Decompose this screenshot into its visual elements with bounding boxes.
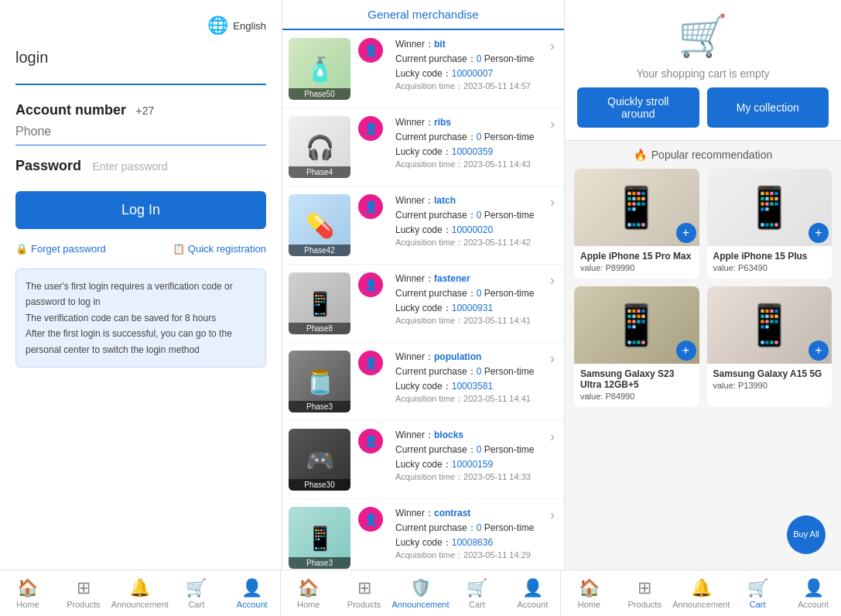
product-card-iphone-pro[interactable]: 📱 + Apple iPhone 15 Pro Max value: P8999… [574,169,699,279]
avatar: 👤 [358,272,383,297]
info-line-1: The user's first login requires a verifi… [26,279,256,310]
login-title: login [15,49,266,67]
add-to-cart-button[interactable]: + [809,341,829,361]
nav-announcement-left[interactable]: 🔔 Announcement [111,570,169,616]
country-code: +27 [135,104,154,117]
nav-products-label: Products [628,600,662,609]
phase-label: Phase3 [289,401,350,412]
nav-arrow[interactable]: › [547,116,558,132]
nav-account-right[interactable]: 👤 Account [785,570,841,616]
nav-account-label: Account [518,600,549,609]
add-to-cart-button[interactable]: + [809,223,829,243]
avatar: 👤 [358,116,383,141]
nav-home-mid[interactable]: 🏠 Home [281,570,337,616]
products-icon: ⊞ [77,578,91,598]
product-info: Winner：bit Current purchase：0 Person-tim… [395,38,539,92]
product-card-info: Samsung Galaxy A15 5G value: P13990 [707,364,832,396]
nav-arrow[interactable]: › [547,272,558,289]
product-info: Winner：latch Current purchase：0 Person-t… [395,194,539,248]
list-item: 🫙 Phase3 👤 Winner：population Current pur… [282,343,564,421]
nav-cart-label: Cart [188,600,204,609]
nav-announcement-label: Announcement [111,600,169,609]
nav-account-label: Account [798,600,829,609]
buy-all-button[interactable]: Buy All [787,515,826,554]
product-info: Winner：ribs Current purchase：0 Person-ti… [395,116,539,170]
nav-cart-label: Cart [750,600,766,609]
bottom-navigation: 🏠 Home ⊞ Products 🔔 Announcement 🛒 Cart … [0,570,841,616]
quick-registration-link[interactable]: 📋 Quick registration [173,243,266,255]
popular-label: Popular recommendation [651,149,772,161]
product-image: 🧴 Phase50 [289,38,350,100]
nav-announcement-mid[interactable]: 🛡️ Announcement [392,570,450,616]
forget-password-link[interactable]: 🔒 Forget password [15,243,106,255]
phone-input[interactable] [15,125,266,139]
language-label: English [233,20,266,32]
add-to-cart-button[interactable]: + [676,223,696,243]
nav-cart-right[interactable]: 🛒 Cart [730,570,785,616]
account-label: Account number [15,102,126,118]
nav-account-mid[interactable]: 👤 Account [504,570,560,616]
product-card-img: 📱 + [707,169,832,246]
list-item: 💊 Phase42 👤 Winner：latch Current purchas… [282,187,564,265]
product-info: Winner：fastener Current purchase：0 Perso… [395,272,539,327]
phase-label: Phase3 [289,557,350,569]
cart-icon-right: 🛒 [747,578,768,598]
account-icon: 👤 [241,578,262,598]
nav-home-right[interactable]: 🏠 Home [561,570,617,616]
nav-products-right[interactable]: ⊞ Products [617,570,672,616]
announcement-icon: 🔔 [691,578,712,598]
nav-announcement-right[interactable]: 🔔 Announcement [672,570,730,616]
account-icon: 👤 [522,578,543,598]
collection-button[interactable]: My collection [707,87,829,128]
password-placeholder: Enter password [93,160,168,173]
product-info: Winner：population Current purchase：0 Per… [395,351,539,405]
nav-arrow[interactable]: › [547,194,558,210]
nav-arrow[interactable]: › [547,38,558,54]
avatar: 👤 [358,429,383,453]
phone-icon: 📱 [744,184,795,231]
product-name: Samsung Galaxy A15 5G [713,368,826,379]
product-card-iphone-plus[interactable]: 📱 + Apple iPhone 15 Plus value: P63490 [707,169,832,279]
avatar: 👤 [358,38,383,63]
list-item: 🎮 Phase30 👤 Winner：blocks Current purcha… [282,421,564,499]
nav-section-right: 🏠 Home ⊞ Products 🔔 Announcement 🛒 Cart … [561,570,841,616]
products-icon: ⊞ [638,578,651,598]
nav-cart-mid[interactable]: 🛒 Cart [450,570,505,616]
general-merchandise-header: General merchandise [282,0,564,30]
nav-products-label: Products [67,600,100,609]
home-icon: 🏠 [579,578,600,598]
language-bar: 🌐 English [15,15,266,36]
product-list-panel: General merchandise 🧴 Phase50 👤 Winner：b… [282,0,565,570]
add-to-cart-button[interactable]: + [676,341,696,361]
nav-arrow[interactable]: › [547,351,558,367]
nav-announcement-label: Announcement [672,600,730,609]
nav-home-left[interactable]: 🏠 Home [0,570,56,616]
product-image: 📱 Phase8 [289,272,350,334]
products-icon: ⊞ [357,578,371,598]
nav-account-left[interactable]: 👤 Account [224,570,280,616]
info-line-2: The verification code can be saved for 8… [26,310,256,326]
info-line-3: After the first login is successful, you… [26,326,256,358]
cart-icon-left: 🛒 [186,578,207,598]
nav-products-mid[interactable]: ⊞ Products [337,570,392,616]
password-label: Password [15,158,81,173]
product-info: Winner：contrast Current purchase：0 Perso… [395,507,539,561]
login-button[interactable]: Log In [15,191,266,229]
nav-arrow[interactable]: › [547,429,558,445]
info-box: The user's first login requires a verifi… [15,269,266,368]
product-card-samsung-s23[interactable]: 📱 + Samsung Galaxy S23 Ultra 12GB+5 valu… [574,286,699,407]
stroll-button[interactable]: Quickly stroll around [577,87,699,128]
nav-products-left[interactable]: ⊞ Products [56,570,111,616]
fire-icon: 🔥 [634,149,647,161]
product-card-img: 📱 + [574,169,699,246]
right-panel: 🛒 Your shopping cart is empty Quickly st… [565,0,841,570]
cart-icon-mid: 🛒 [467,578,487,598]
product-card-samsung-a15[interactable]: 📱 + Samsung Galaxy A15 5G value: P13990 [707,286,832,407]
list-item: 🧴 Phase50 👤 Winner：bit Current purchase：… [282,30,564,108]
form-links: 🔒 Forget password 📋 Quick registration [15,243,266,255]
nav-cart-left[interactable]: 🛒 Cart [169,570,224,616]
phase-label: Phase50 [289,88,350,100]
phase-label: Phase30 [289,479,350,491]
account-section: Account number +27 [15,102,266,145]
nav-arrow[interactable]: › [547,507,558,523]
